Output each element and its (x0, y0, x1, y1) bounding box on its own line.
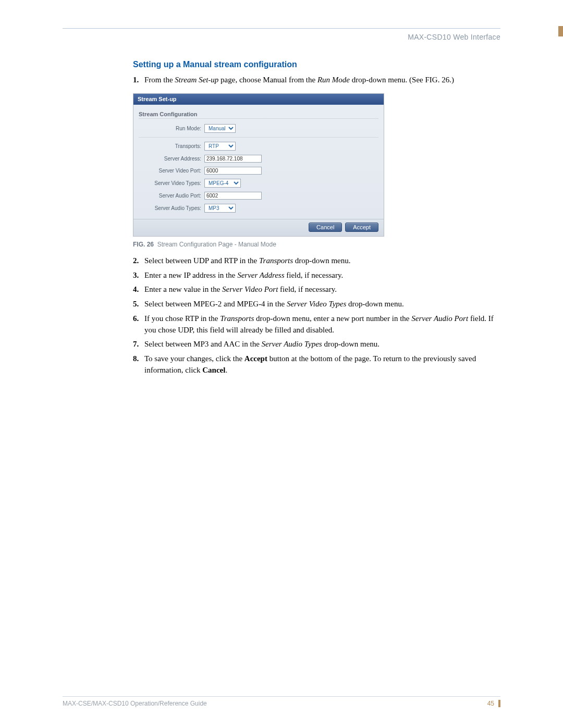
step-text: Enter a new IP address in the (144, 271, 237, 279)
row-server-video-port: Server Video Port: (139, 167, 378, 175)
button-bar: Cancel Accept (133, 219, 384, 236)
accept-button[interactable]: Accept (345, 223, 378, 232)
figure-caption-text: Stream Configuration Page - Manual Mode (157, 241, 276, 248)
step-text: field, if necessary. (278, 285, 337, 293)
figure-26: Stream Set-up Stream Configuration Run M… (133, 93, 498, 248)
step-text: drop-down menu. (346, 300, 403, 308)
term-transports: Transports (259, 256, 293, 265)
row-run-mode: Run Mode: Manual (139, 124, 378, 133)
header-title: MAX-CSD10 Web Interface (63, 33, 500, 41)
stream-setup-window: Stream Set-up Stream Configuration Run M… (133, 93, 384, 237)
divider (139, 137, 378, 138)
figure-caption: FIG. 26 Stream Configuration Page - Manu… (133, 241, 498, 248)
step-text: field, if necessary. (285, 271, 344, 279)
step-text: Select between UDP and RTP in the (144, 256, 259, 265)
step-text: drop-down menu. (See FIG. 26.) (350, 76, 454, 84)
footer-guide-title: MAX-CSE/MAX-CSD10 Operation/Reference Gu… (63, 700, 207, 707)
term-server-address: Server Address (237, 271, 284, 279)
step-4: 4. Enter a new value in the Server Video… (133, 284, 498, 295)
step-number: 6. (133, 313, 139, 325)
term-accept: Accept (244, 354, 267, 363)
cancel-button[interactable]: Cancel (309, 223, 342, 232)
step-text: If you chose RTP in the (144, 314, 220, 323)
step-6: 6. If you chose RTP in the Transports dr… (133, 313, 498, 336)
step-text: drop-down menu, enter a new port number … (254, 314, 411, 323)
step-8: 8. To save your changes, click the Accep… (133, 353, 498, 376)
group-title: Stream Configuration (139, 109, 378, 119)
step-number: 2. (133, 255, 139, 267)
step-text: drop-down menu. (322, 340, 380, 348)
step-5: 5. Select between MPEG-2 and MPEG-4 in t… (133, 299, 498, 310)
step-1: 1. From the Stream Set-up page, choose M… (133, 75, 498, 86)
label-server-audio-types: Server Audio Types: (139, 205, 204, 211)
figure-label: FIG. 26 (133, 241, 154, 248)
label-transports: Transports: (139, 143, 204, 149)
step-text: . (225, 366, 227, 374)
row-transports: Transports: RTP (139, 142, 378, 151)
step-text: drop-down menu. (293, 256, 350, 265)
step-2: 2. Select between UDP and RTP in the Tra… (133, 255, 498, 267)
step-text: Select between MP3 and AAC in the (144, 340, 262, 348)
step-number: 3. (133, 270, 139, 281)
term-server-audio-types: Server Audio Types (262, 340, 322, 348)
step-text: From the (144, 76, 175, 84)
term-transports: Transports (220, 314, 254, 323)
term-stream-setup: Stream Set-up (175, 76, 218, 84)
row-server-audio-types: Server Audio Types: MP3 (139, 204, 378, 213)
label-server-address: Server Address: (139, 156, 204, 162)
server-video-types-select[interactable]: MPEG-4 (204, 179, 241, 188)
step-number: 7. (133, 339, 139, 350)
footer-rule (63, 696, 500, 697)
section-heading: Setting up a Manual stream configuration (133, 60, 498, 69)
term-server-video-types: Server Video Types (287, 300, 346, 308)
server-audio-port-input[interactable] (204, 192, 262, 200)
term-run-mode: Run Mode (317, 76, 350, 84)
transports-select[interactable]: RTP (204, 142, 236, 151)
step-text: Select between MPEG-2 and MPEG-4 in the (144, 300, 287, 308)
step-number: 1. (133, 75, 139, 86)
step-number: 5. (133, 299, 139, 310)
step-number: 8. (133, 353, 139, 365)
step-3: 3. Enter a new IP address in the Server … (133, 270, 498, 281)
server-audio-types-select[interactable]: MP3 (204, 204, 236, 213)
step-text: page, choose Manual from the (218, 76, 317, 84)
term-server-audio-port: Server Audio Port (411, 314, 468, 323)
page-footer: MAX-CSE/MAX-CSD10 Operation/Reference Gu… (63, 696, 500, 707)
row-server-audio-port: Server Audio Port: (139, 192, 378, 200)
step-text: To save your changes, click the (144, 354, 244, 363)
row-server-video-types: Server Video Types: MPEG-4 (139, 179, 378, 188)
term-cancel: Cancel (202, 366, 225, 374)
page-edge-tab (558, 26, 563, 36)
label-server-audio-port: Server Audio Port: (139, 193, 204, 199)
label-server-video-port: Server Video Port: (139, 168, 204, 174)
step-text: Enter a new value in the (144, 285, 222, 293)
label-run-mode: Run Mode: (139, 126, 204, 131)
run-mode-select[interactable]: Manual (204, 124, 236, 133)
term-server-video-port: Server Video Port (222, 285, 278, 293)
window-titlebar: Stream Set-up (133, 94, 384, 105)
step-7: 7. Select between MP3 and AAC in the Ser… (133, 339, 498, 350)
header-rule (63, 28, 500, 29)
row-server-address: Server Address: (139, 155, 378, 163)
label-server-video-types: Server Video Types: (139, 180, 204, 186)
server-address-input[interactable] (204, 155, 262, 163)
step-number: 4. (133, 284, 139, 295)
server-video-port-input[interactable] (204, 167, 262, 175)
page-number: 45 (487, 700, 500, 707)
